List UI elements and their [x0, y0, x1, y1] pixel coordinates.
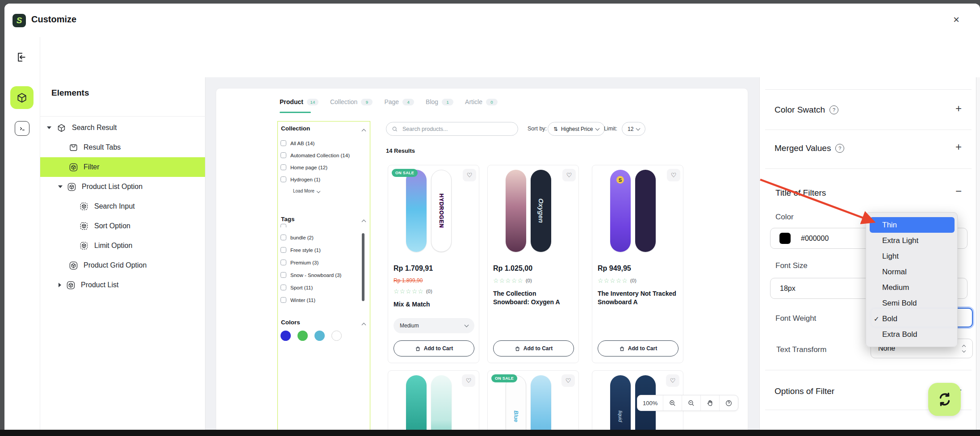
menu-option-extra-light[interactable]: Extra Light: [870, 233, 955, 248]
section-title-of-filters[interactable]: Title of Filters: [775, 188, 826, 198]
help-icon[interactable]: ?: [835, 144, 844, 153]
tab-article[interactable]: Article 0: [465, 98, 498, 105]
variant-select[interactable]: Medium: [394, 318, 474, 333]
limit-select[interactable]: 12: [622, 122, 645, 136]
exit-editor-button[interactable]: [15, 51, 27, 65]
collapse-chevron-icon[interactable]: [362, 320, 365, 328]
checkbox[interactable]: [281, 272, 286, 278]
load-more-link[interactable]: Load More: [293, 189, 320, 193]
cube-icon: [57, 123, 66, 133]
caret-down-icon[interactable]: [47, 126, 51, 129]
filter-checkbox-row[interactable]: All AB (14): [281, 140, 314, 146]
help-button[interactable]: [720, 395, 738, 411]
checkbox[interactable]: [281, 285, 286, 290]
filter-checkbox-row[interactable]: Hydrogen (1): [281, 176, 320, 182]
filter-checkbox-row[interactable]: Free style (1): [281, 247, 321, 253]
zoom-in-button[interactable]: [663, 395, 682, 411]
tree-item-filter[interactable]: Filter: [40, 157, 205, 177]
collapse-chevron-icon[interactable]: [362, 126, 365, 134]
tab-collection[interactable]: Collection 9: [330, 98, 373, 105]
search-input[interactable]: [402, 126, 512, 133]
product-name[interactable]: Mix & Match: [394, 300, 474, 309]
product-name[interactable]: The Inventory Not Tracked Snowboard A: [598, 289, 678, 306]
checkbox[interactable]: [281, 164, 286, 170]
checkbox[interactable]: [281, 235, 286, 240]
add-to-cart-button[interactable]: Add to Cart: [598, 340, 678, 356]
menu-option-medium[interactable]: Medium: [870, 280, 955, 295]
tab-blog[interactable]: Blog 1: [426, 98, 453, 105]
filter-collection-title: Collection: [281, 124, 310, 132]
section-options-of-filter[interactable]: Options of Filter: [775, 386, 834, 396]
checkbox[interactable]: [281, 176, 286, 182]
menu-option-semi-bold[interactable]: Semi Bold: [870, 295, 955, 311]
expand-plus-icon[interactable]: +: [955, 141, 962, 153]
filter-checkbox-row[interactable]: Premium (3): [281, 260, 318, 265]
console-rail-button[interactable]: [15, 121, 29, 136]
product-card[interactable]: ♡: [388, 370, 479, 430]
color-swatch-green[interactable]: [297, 331, 308, 341]
checkbox[interactable]: [281, 152, 286, 158]
menu-option-light[interactable]: Light: [870, 248, 955, 264]
help-icon[interactable]: ?: [829, 105, 838, 114]
product-name[interactable]: The Collection Snowboard: Oxygen A: [493, 289, 574, 306]
panel-scrollbar-track[interactable]: [976, 77, 980, 430]
tab-product[interactable]: Product 14: [280, 98, 318, 105]
expand-plus-icon[interactable]: +: [955, 102, 962, 115]
color-chip[interactable]: [779, 233, 791, 244]
add-to-cart-button[interactable]: Add to Cart: [394, 340, 474, 356]
product-card[interactable]: Oxygen ♡ Rp 1.025,00 ☆☆☆☆☆ (0) The Colle…: [487, 165, 579, 363]
pan-hand-button[interactable]: [701, 395, 720, 411]
rating-count: (0): [630, 278, 637, 283]
collapse-chevron-icon[interactable]: [362, 217, 365, 225]
section-color-swatch[interactable]: Color Swatch ?: [775, 105, 838, 115]
tree-item-limit-option[interactable]: Limit Option: [40, 236, 205, 256]
tree-item-sort-option[interactable]: Sort Option: [40, 216, 205, 236]
tree-item-product-list-option[interactable]: Product List Option: [40, 177, 205, 197]
result-tabs: Product 14 Collection 9 Page 4 Blog 1 Ar…: [280, 98, 498, 105]
tree-item-product-list[interactable]: Product List: [40, 275, 205, 295]
product-card[interactable]: S ♡ Rp 949,95 ☆☆☆☆☆ (0) The Inventory No…: [592, 165, 683, 363]
sort-select[interactable]: ⇅ Highest Price: [548, 122, 605, 136]
collapse-minus-icon[interactable]: −: [955, 185, 962, 197]
checkbox[interactable]: [281, 140, 286, 146]
color-swatch-blue[interactable]: [281, 331, 291, 341]
caret-right-icon[interactable]: [59, 283, 61, 287]
menu-option-bold[interactable]: ✓ Bold: [870, 311, 955, 327]
checkbox[interactable]: [281, 247, 286, 253]
section-merged-values[interactable]: Merged Values ?: [775, 143, 844, 153]
caret-down-icon[interactable]: [58, 185, 63, 188]
tags-scrollbar[interactable]: [362, 233, 364, 301]
filter-checkbox-row[interactable]: Snow - Snowboard (3): [281, 272, 341, 278]
filter-checkbox-row[interactable]: Winter (11): [281, 297, 315, 303]
checkbox[interactable]: [281, 297, 286, 303]
product-card[interactable]: HYDROGEN ON SALE ♡ Rp 1.709,91 Rp 1.899,…: [388, 165, 479, 363]
color-swatch-white[interactable]: [331, 331, 342, 341]
wishlist-heart-button[interactable]: ♡: [462, 374, 475, 387]
filter-checkbox-row[interactable]: bundle (2): [281, 235, 314, 240]
zoom-out-button[interactable]: [682, 395, 701, 411]
filter-checkbox-row[interactable]: Automated Collection (14): [281, 152, 350, 158]
menu-option-extra-bold[interactable]: Extra Bold: [870, 327, 955, 342]
wishlist-heart-button[interactable]: ♡: [666, 374, 679, 387]
close-icon[interactable]: ×: [953, 13, 959, 26]
tree-item-product-grid-option[interactable]: Product Grid Option: [40, 256, 205, 275]
filter-checkbox-row[interactable]: Sport (11): [281, 285, 313, 290]
elements-rail-button[interactable]: [10, 86, 34, 109]
filter-checkbox-row[interactable]: Home page (12): [281, 164, 327, 170]
menu-option-thin[interactable]: Thin: [870, 217, 955, 233]
tab-page[interactable]: Page 4: [384, 98, 414, 105]
tree-item-search-result[interactable]: Search Result: [40, 118, 205, 138]
tree-item-result-tabs[interactable]: Result Tabs: [40, 138, 205, 157]
menu-option-normal[interactable]: Normal: [870, 264, 955, 280]
tree-item-search-input[interactable]: Search Input: [40, 197, 205, 216]
refresh-fab-button[interactable]: [928, 383, 961, 416]
wishlist-heart-button[interactable]: ♡: [463, 169, 476, 181]
color-swatch-teal[interactable]: [314, 331, 325, 341]
tab-count-badge: 14: [307, 99, 318, 105]
wishlist-heart-button[interactable]: ♡: [561, 374, 575, 387]
checkbox[interactable]: [281, 260, 286, 265]
product-card[interactable]: Blue ON SALE ♡: [487, 370, 579, 430]
wishlist-heart-button[interactable]: ♡: [562, 169, 576, 181]
add-to-cart-button[interactable]: Add to Cart: [493, 340, 574, 356]
wishlist-heart-button[interactable]: ♡: [667, 169, 680, 181]
